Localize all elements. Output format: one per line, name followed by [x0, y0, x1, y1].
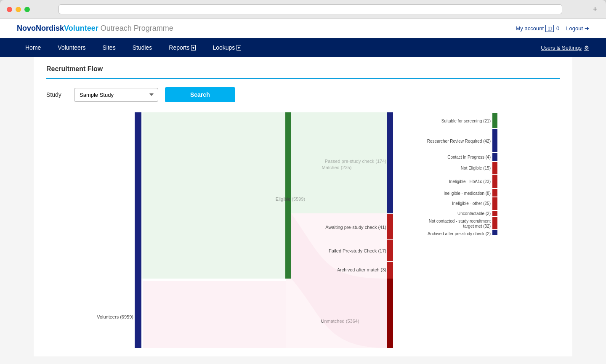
hba1c-bar	[492, 175, 497, 188]
flow-eligible-matched	[291, 112, 387, 213]
window-chrome: +	[0, 0, 606, 19]
outcome-archived-prestudy-label: Archived after pre-study check (2)	[428, 231, 491, 236]
sankey-svg: Volunteers (6959) Eligible (5599) Matche…	[46, 112, 560, 348]
minimize-button[interactable]	[16, 7, 21, 12]
nav-reports[interactable]: Reports ▾	[160, 38, 204, 57]
outcome-suitable-label: Suitable for screening (21)	[441, 119, 491, 123]
archived-match-bar	[387, 262, 393, 279]
outcome-rrr-label: Researcher Review Required (42)	[427, 139, 491, 143]
rrr-bar	[492, 129, 497, 152]
maximize-button[interactable]	[24, 7, 30, 12]
logout-icon: ➔	[585, 25, 589, 32]
users-settings-label: Users & Settings	[541, 45, 582, 51]
brand-logo: NovoNordiskVolunteer Outreach Programme	[17, 24, 173, 33]
awaiting-label: Awaiting pre-study check (41)	[325, 225, 386, 230]
lookups-dropdown-icon: ▾	[237, 45, 241, 50]
unmatched-bar	[387, 279, 393, 348]
suitable-bar	[492, 113, 497, 128]
settings-icon: ⚙	[584, 45, 589, 51]
outcome-uncontactable-label: Uncontactable (2)	[457, 211, 491, 216]
archived-match-label: Archived after match (3)	[337, 267, 386, 272]
brand-volunteer: Volunteer	[64, 24, 98, 32]
outcome-not-eligible-label: Not Eligible (15)	[461, 166, 491, 170]
sankey-diagram: Volunteers (6959) Eligible (5599) Matche…	[46, 112, 560, 348]
my-account-badge: 0	[556, 25, 559, 32]
volunteers-bar	[135, 112, 141, 348]
brand-novo: NovoNordisk	[17, 24, 64, 32]
cip-bar	[492, 153, 497, 161]
page-title: Recruitment Flow	[46, 65, 560, 79]
outcome-cip-label: Contact in Progress (4)	[447, 155, 491, 159]
outcome-other-label: Ineligible - other (25)	[452, 201, 491, 206]
flow-vol-eligible	[141, 112, 285, 279]
archived-prestudy-bar	[492, 230, 497, 235]
nav-right: Users & Settings ⚙	[541, 45, 589, 51]
logout-link[interactable]: Logout ➔	[566, 25, 589, 32]
passed-bar	[387, 112, 393, 213]
other-bar	[492, 197, 497, 210]
brand-outreach: Outreach Programme	[98, 24, 173, 32]
nav-volunteers[interactable]: Volunteers	[49, 38, 94, 57]
app-container: NovoNordiskVolunteer Outreach Programme …	[0, 19, 606, 364]
volunteers-label: Volunteers (6959)	[97, 314, 133, 319]
users-settings-link[interactable]: Users & Settings ⚙	[541, 45, 589, 51]
search-row: Study Sample Study Search	[46, 87, 560, 102]
header-actions: My account ◫ 0 Logout ➔	[516, 25, 589, 32]
nav-lookups[interactable]: Lookups ▾	[204, 38, 250, 57]
eligible-bar	[285, 112, 291, 279]
my-account-link[interactable]: My account ◫ 0	[516, 25, 560, 32]
outcome-not-contacted-label: Not contacted - study recruitment	[429, 219, 491, 223]
not-contacted-bar	[492, 217, 497, 229]
outcome-hba1c-label: Ineligible - HbA1c (23)	[449, 179, 491, 184]
new-tab-button[interactable]: +	[591, 5, 599, 13]
search-button[interactable]: Search	[165, 87, 235, 102]
uncontactable-bar	[492, 211, 497, 216]
svg-rect-1	[143, 281, 286, 348]
awaiting-bar	[387, 214, 393, 239]
failed-bar	[387, 240, 393, 261]
outcome-med-label: Ineligible - medication (8)	[444, 191, 491, 196]
address-bar[interactable]	[58, 4, 562, 14]
top-header: NovoNordiskVolunteer Outreach Programme …	[0, 19, 606, 38]
my-account-icon: ◫	[545, 25, 554, 32]
nav-studies[interactable]: Studies	[124, 38, 161, 57]
outcome-not-contacted-label2: target met (32)	[463, 224, 491, 228]
my-account-label: My account	[516, 25, 544, 32]
study-select[interactable]: Sample Study	[74, 88, 158, 102]
med-bar	[492, 189, 497, 197]
reports-dropdown-icon: ▾	[191, 45, 196, 50]
nav-items: Home Volunteers Sites Studies Reports ▾ …	[17, 38, 250, 57]
close-button[interactable]	[7, 7, 12, 12]
study-label: Study	[46, 91, 67, 98]
nav-bar: Home Volunteers Sites Studies Reports ▾ …	[0, 38, 606, 57]
logout-label: Logout	[566, 25, 583, 32]
failed-label: Failed Pre-study Check (17)	[329, 248, 386, 253]
nav-home[interactable]: Home	[17, 38, 49, 57]
main-content: Recruitment Flow Study Sample Study Sear…	[34, 57, 572, 356]
nav-sites[interactable]: Sites	[94, 38, 124, 57]
not-eligible-bar	[492, 162, 497, 174]
